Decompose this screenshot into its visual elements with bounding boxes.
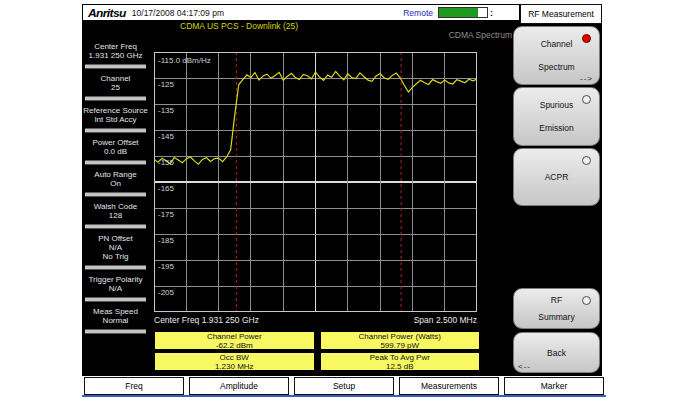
result-label: Peak To Avg Pwr xyxy=(321,353,480,362)
y-axis-tick-label: -195 xyxy=(158,262,175,271)
analyzer-screen: Anritsu 10/17/2008 04:17:09 pm Remote : … xyxy=(82,4,602,396)
softkey-label: ACPR xyxy=(545,172,569,182)
separator xyxy=(85,329,146,334)
setting-label: Trigger Polarity xyxy=(83,275,148,284)
sidebar-item-walsh-code: Walsh Code 128 xyxy=(83,200,148,222)
softkey-acpr[interactable]: ACPR xyxy=(513,148,600,206)
setting-value: On xyxy=(83,179,148,188)
setting-label: Power Offset xyxy=(83,138,148,147)
separator xyxy=(85,297,146,302)
setting-value: 0.0 dB xyxy=(83,147,148,156)
y-axis-tick-label: -165 xyxy=(158,184,175,193)
page: Anritsu 10/17/2008 04:17:09 pm Remote : … xyxy=(0,0,689,402)
setting-value: 25 xyxy=(83,83,148,92)
tab-setup[interactable]: Setup xyxy=(294,377,394,395)
tab-marker[interactable]: Marker xyxy=(504,377,604,395)
softkey-label: RF xyxy=(551,295,562,305)
y-axis-tick-label: -135 xyxy=(158,106,175,115)
sidebar-item-channel: Channel 25 xyxy=(83,72,148,94)
setting-value: N/A xyxy=(83,284,148,293)
setting-label: Meas Speed xyxy=(83,307,148,316)
y-axis-tick-label: -185 xyxy=(158,236,175,245)
softkey-label: Back xyxy=(547,348,566,358)
sidebar-item-auto-range: Auto Range On xyxy=(83,168,148,190)
setting-value: Int Std Accy xyxy=(83,115,148,124)
sidebar-item-pn-offset: PN Offset N/A No Trig xyxy=(83,232,148,263)
tab-freq[interactable]: Freq xyxy=(84,377,184,395)
softkey-label: Emission xyxy=(539,123,573,133)
result-label: Channel Power xyxy=(155,332,314,341)
remote-indicator xyxy=(438,7,488,18)
separator xyxy=(85,224,146,229)
more-arrow-icon: --> xyxy=(580,74,593,83)
back-arrow-icon: <-- xyxy=(518,362,531,371)
remote-colon: : xyxy=(490,8,493,18)
separator xyxy=(85,96,146,101)
setting-extra: No Trig xyxy=(83,252,148,261)
results-table: Channel Power -62.2 dBm Channel Power (W… xyxy=(154,331,480,371)
sidebar-item-center-freq: Center Freq 1.931 250 GHz xyxy=(83,40,148,62)
bottom-menu-bar: Freq Amplitude Setup Measurements Marker xyxy=(82,376,606,397)
softkey-label: Spurious xyxy=(540,100,574,110)
setting-label: Walsh Code xyxy=(83,202,148,211)
setting-label: Auto Range xyxy=(83,170,148,179)
separator xyxy=(85,160,146,165)
span-label: Span 2.500 MHz xyxy=(414,315,477,325)
tab-measurements[interactable]: Measurements xyxy=(399,377,499,395)
softkey-label: Spectrum xyxy=(538,62,574,72)
y-axis-tick-label: -125 xyxy=(158,80,175,89)
y-axis-top-label: -115.0 dBm/Hz xyxy=(158,56,211,65)
mode-label: CDMA Spectrum xyxy=(362,30,512,40)
setting-label: PN Offset xyxy=(83,234,148,243)
softkey-rf-summary[interactable]: RF Summary xyxy=(513,288,600,329)
separator xyxy=(85,64,146,69)
y-axis-tick-label: -175 xyxy=(158,210,175,219)
softkey-back[interactable]: Back <-- xyxy=(513,332,600,373)
setting-value: 128 xyxy=(83,211,148,220)
setting-value: 1.931 250 GHz xyxy=(83,51,148,60)
softkey-label: Channel xyxy=(541,39,573,49)
result-label: Occ BW xyxy=(155,353,314,362)
remote-indicator-fill xyxy=(439,8,478,17)
radio-indicator xyxy=(582,156,591,165)
sidebar-item-reference-source: Reference Source Int Std Accy xyxy=(83,104,148,126)
result-value: -62.2 dBm xyxy=(155,341,314,350)
result-label: Channel Power (Watts) xyxy=(321,332,480,341)
setting-label: Reference Source xyxy=(83,106,148,115)
remote-label: Remote xyxy=(403,8,433,18)
rf-measurement-title: RF Measurement xyxy=(520,4,602,24)
table-cell-peak-to-avg: Peak To Avg Pwr 12.5 dB xyxy=(320,352,481,371)
y-axis-tick-label: -205 xyxy=(158,288,175,297)
tab-amplitude[interactable]: Amplitude xyxy=(189,377,289,395)
radio-indicator xyxy=(582,95,591,104)
spectrum-plot: -115.0 dBm/Hz-125-135-145-155-165-175-18… xyxy=(154,52,477,312)
setting-value: Normal xyxy=(83,316,148,325)
setting-value: N/A xyxy=(83,243,148,252)
sidebar-item-meas-speed: Meas Speed Normal xyxy=(83,305,148,327)
table-cell-channel-power: Channel Power -62.2 dBm xyxy=(154,331,315,350)
result-value: 12.5 dB xyxy=(321,362,480,371)
anritsu-logo: Anritsu xyxy=(88,6,126,19)
settings-sidebar: Center Freq 1.931 250 GHz Channel 25 Ref… xyxy=(83,40,148,337)
measurement-title: CDMA US PCS - Downlink (25) xyxy=(180,21,298,31)
table-cell-channel-power-watts: Channel Power (Watts) 599.79 pW xyxy=(320,331,481,350)
radio-indicator xyxy=(582,34,591,43)
radio-indicator xyxy=(582,296,591,305)
table-cell-occ-bw: Occ BW 1.230 MHz xyxy=(154,352,315,371)
separator xyxy=(85,265,146,270)
softkey-spurious-emission[interactable]: Spurious Emission xyxy=(513,87,600,146)
y-axis-tick-label: -145 xyxy=(158,132,175,141)
frequency-axis-line: Center Freq 1.931 250 GHz Span 2.500 MHz xyxy=(154,315,477,325)
datetime-label: 10/17/2008 04:17:09 pm xyxy=(132,8,224,18)
center-freq-label: Center Freq 1.931 250 GHz xyxy=(154,315,259,325)
sidebar-item-trigger-polarity: Trigger Polarity N/A xyxy=(83,273,148,295)
y-axis-tick-label: -155 xyxy=(158,158,175,167)
separator xyxy=(85,128,146,133)
softkey-label: Summary xyxy=(538,312,574,322)
sidebar-item-power-offset: Power Offset 0.0 dB xyxy=(83,136,148,158)
setting-label: Center Freq xyxy=(83,42,148,51)
setting-label: Channel xyxy=(83,74,148,83)
separator xyxy=(85,192,146,197)
top-status-bar: Anritsu 10/17/2008 04:17:09 pm Remote : xyxy=(82,4,520,21)
softkey-channel-spectrum[interactable]: Channel Spectrum --> xyxy=(513,26,600,85)
